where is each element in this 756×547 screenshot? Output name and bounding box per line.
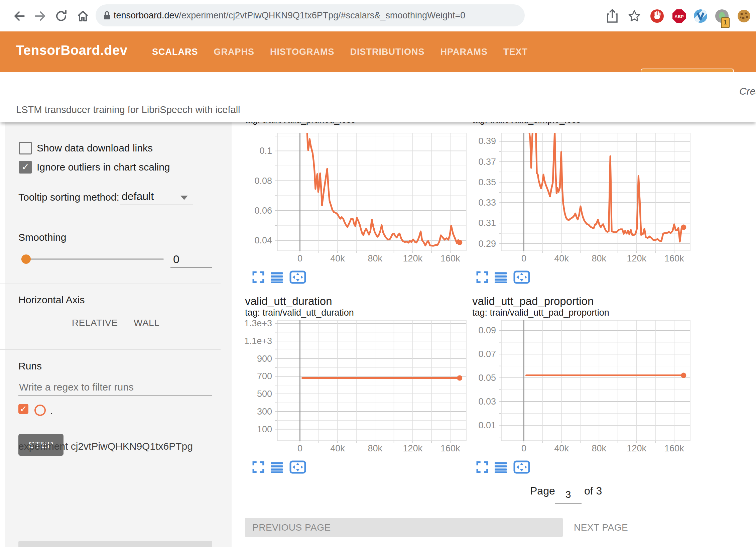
run-checkbox[interactable]: ✓ <box>18 404 28 414</box>
svg-text:120k: 120k <box>403 443 422 453</box>
tab-distributions[interactable]: DISTRIBUTIONS <box>350 47 425 57</box>
fit-domain-icon[interactable] <box>513 270 530 284</box>
next-page-button[interactable]: NEXT PAGE <box>574 518 628 537</box>
back-icon[interactable] <box>13 9 26 23</box>
chart-toolbar <box>252 460 306 474</box>
chart-card: valid_utt_duration tag: train/valid_utt_… <box>240 294 471 477</box>
runs-label: Runs <box>18 360 42 372</box>
smoothing-slider-track[interactable] <box>21 258 164 260</box>
url-path: /experiment/cj2vtPiwQHKN9Q1tx6PTpg/#scal… <box>179 10 465 20</box>
share-icon[interactable] <box>606 9 619 23</box>
bookmark-star-icon[interactable] <box>628 9 641 23</box>
show-download-checkbox[interactable] <box>19 142 32 154</box>
url-domain: tensorboard.dev <box>114 10 179 20</box>
fit-domain-icon[interactable] <box>289 270 306 284</box>
svg-text:0.08: 0.08 <box>254 176 272 186</box>
forward-icon[interactable] <box>33 9 47 23</box>
line-chart[interactable]: 0.010.030.050.070.09040k80k120k160k <box>464 320 695 453</box>
page-number-input[interactable]: 3 <box>555 489 582 500</box>
svg-text:700: 700 <box>257 371 272 381</box>
chart-title: valid_utt_duration <box>245 295 332 308</box>
smoothing-slider-thumb[interactable] <box>21 254 31 264</box>
svg-text:80k: 80k <box>368 443 383 453</box>
fullscreen-icon[interactable] <box>476 461 488 473</box>
svg-text:0.37: 0.37 <box>478 157 496 167</box>
svg-text:0: 0 <box>521 253 526 263</box>
svg-text:40k: 40k <box>330 253 345 263</box>
svg-text:300: 300 <box>257 407 272 417</box>
svg-text:0.31: 0.31 <box>478 218 496 228</box>
tooltip-sorting-label: Tooltip sorting method: <box>18 192 119 203</box>
svg-text:0.29: 0.29 <box>478 239 496 249</box>
svg-text:100: 100 <box>257 424 272 434</box>
svg-text:80k: 80k <box>368 253 383 263</box>
previous-page-button[interactable]: PREVIOUS PAGE <box>245 518 563 537</box>
horizontal-lines-icon[interactable] <box>271 461 283 473</box>
created-text-fragment: Crea <box>739 86 756 97</box>
ignore-outliers-checkbox[interactable]: ✓ <box>19 161 32 174</box>
svg-text:160k: 160k <box>440 253 460 263</box>
svg-text:0.33: 0.33 <box>478 198 496 208</box>
svg-text:0.1: 0.1 <box>259 146 272 156</box>
runs-filter-input[interactable]: Write a regex to filter runs <box>19 381 134 393</box>
line-chart[interactable]: 1003005007009001.1e+31.3e+3040k80k120k16… <box>240 320 471 453</box>
toggle-all-runs-button[interactable]: TOGGLE ALL RUNS <box>18 541 212 547</box>
tab-graphs[interactable]: GRAPHS <box>214 47 255 57</box>
svg-text:160k: 160k <box>664 443 684 453</box>
horizontal-lines-icon[interactable] <box>495 461 507 473</box>
chart-card: tag: train/valid_simple_loss 0.290.310.3… <box>464 120 695 288</box>
chart-card: tag: train/valid_pruned_loss 0.040.060.0… <box>240 120 471 288</box>
page-number-underline <box>555 503 582 504</box>
svg-text:40k: 40k <box>330 443 345 453</box>
fit-domain-icon[interactable] <box>289 460 306 474</box>
run-color-swatch[interactable] <box>34 405 46 416</box>
reload-icon[interactable] <box>54 9 68 23</box>
svg-text:0.01: 0.01 <box>478 420 496 430</box>
tab-text[interactable]: TEXT <box>503 47 528 57</box>
line-chart[interactable]: 0.290.310.330.350.370.39040k80k120k160k <box>464 132 695 263</box>
svg-text:120k: 120k <box>627 443 646 453</box>
v-extension-icon[interactable] <box>693 9 708 23</box>
fullscreen-icon[interactable] <box>476 271 488 283</box>
home-icon[interactable] <box>76 9 90 23</box>
chevron-down-icon[interactable] <box>180 196 188 200</box>
svg-text:120k: 120k <box>627 253 646 263</box>
tab-scalars[interactable]: SCALARS <box>152 47 198 57</box>
axis-relative-button[interactable]: RELATIVE <box>72 318 118 328</box>
adblock-extension-icon[interactable] <box>650 9 664 23</box>
svg-text:0.39: 0.39 <box>478 136 496 146</box>
sidebar-scroll-track[interactable] <box>0 122 5 547</box>
settings-sidebar: Show data download links ✓ Ignore outlie… <box>0 122 232 547</box>
svg-text:0.03: 0.03 <box>478 397 496 407</box>
horizontal-axis-label: Horizontal Axis <box>18 294 85 306</box>
svg-text:ABP: ABP <box>674 14 684 19</box>
axis-wall-button[interactable]: WALL <box>134 318 159 328</box>
cookie-extension-icon[interactable] <box>737 9 751 23</box>
tab-histograms[interactable]: HISTOGRAMS <box>270 47 335 57</box>
svg-text:0.07: 0.07 <box>478 349 496 359</box>
tooltip-sorting-underline <box>120 205 193 205</box>
horizontal-lines-icon[interactable] <box>495 271 507 283</box>
url-text[interactable]: tensorboard.dev/experiment/cj2vtPiwQHKN9… <box>114 10 465 21</box>
tooltip-sorting-select[interactable]: default <box>122 190 154 203</box>
fullscreen-icon[interactable] <box>252 461 264 473</box>
smoothing-value-input[interactable]: 0 <box>173 253 179 266</box>
chart-title: valid_utt_pad_proportion <box>472 295 594 308</box>
smoothing-label: Smoothing <box>18 232 66 243</box>
chart-tag: tag: train/valid_utt_pad_proportion <box>472 308 609 318</box>
runs-filter-underline <box>18 396 212 396</box>
tab-hparams[interactable]: HPARAMS <box>440 47 488 57</box>
svg-text:0.06: 0.06 <box>254 206 272 216</box>
abp-extension-icon[interactable]: ABP <box>672 9 686 23</box>
app-logo[interactable]: TensorBoard.dev <box>16 43 128 58</box>
fullscreen-icon[interactable] <box>252 271 264 283</box>
horizontal-lines-icon[interactable] <box>271 271 283 283</box>
fit-domain-icon[interactable] <box>513 460 530 474</box>
charts-area: tag: train/valid_pruned_loss 0.040.060.0… <box>232 122 756 547</box>
divider <box>0 219 221 219</box>
tensorboard-page: { "colors": {"header_orange":"#e8873c","… <box>0 0 756 547</box>
experiment-note: LSTM transducer training for LibriSpeech… <box>16 104 240 115</box>
line-chart[interactable]: 0.040.060.080.1040k80k120k160k <box>240 132 471 263</box>
browser-toolbar: tensorboard.dev/experiment/cj2vtPiwQHKN9… <box>0 0 756 32</box>
page-of-label: of 3 <box>584 485 602 497</box>
